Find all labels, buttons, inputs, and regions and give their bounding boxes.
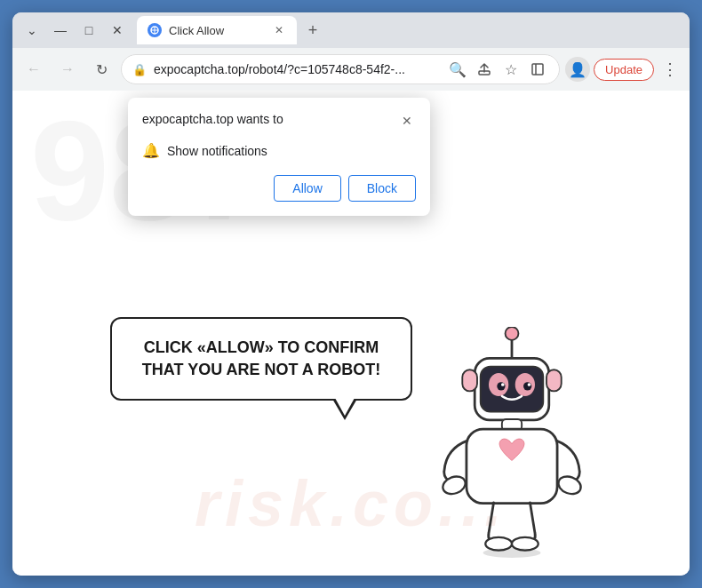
tab-area: Click Allow ✕ + — [137, 16, 682, 44]
nav-bar: ← → ↻ 🔒 expocaptcha.top/robot4/?c=105748… — [12, 48, 690, 91]
bookmark-icon[interactable]: ☆ — [500, 59, 522, 80]
address-bar[interactable]: 🔒 expocaptcha.top/robot4/?c=105748c8-54f… — [121, 54, 560, 84]
robot-svg — [423, 327, 601, 558]
profile-button[interactable]: 👤 — [565, 57, 590, 82]
popup-close-button[interactable]: ✕ — [398, 112, 416, 130]
svg-rect-4 — [532, 64, 543, 75]
browser-window: ⌄ — □ ✕ Click Allow ✕ + ← → ↻ — [12, 12, 690, 576]
update-button[interactable]: Update — [594, 59, 654, 81]
speech-bubble: CLICK «ALLOW» TO CONFIRM THAT YOU ARE NO… — [110, 317, 412, 401]
chevron-down-icon[interactable]: ⌄ — [20, 18, 44, 43]
active-tab[interactable]: Click Allow ✕ — [137, 16, 297, 44]
new-tab-button[interactable]: + — [300, 18, 325, 43]
popup-buttons: Allow Block — [142, 175, 416, 202]
allow-button[interactable]: Allow — [274, 175, 340, 202]
svg-rect-10 — [546, 369, 562, 391]
svg-point-24 — [483, 548, 541, 558]
tab-favicon — [148, 23, 162, 37]
refresh-button[interactable]: ↻ — [87, 55, 116, 83]
bell-icon: 🔔 — [142, 142, 160, 159]
svg-rect-3 — [479, 71, 490, 75]
address-bar-icons: 🔍 ☆ — [447, 59, 548, 80]
notification-text: Show notifications — [167, 144, 267, 158]
svg-point-14 — [497, 382, 505, 390]
back-button[interactable]: ← — [20, 55, 48, 83]
block-button[interactable]: Block — [348, 175, 416, 202]
popup-header: expocaptcha.top wants to ✕ — [142, 112, 416, 130]
forward-button[interactable]: → — [53, 55, 82, 83]
tab-title: Click Allow — [169, 24, 265, 37]
notification-row: 🔔 Show notifications — [142, 139, 416, 163]
svg-rect-19 — [467, 429, 557, 504]
url-text: expocaptcha.top/robot4/?c=105748c8-54f2-… — [154, 62, 440, 76]
svg-point-17 — [528, 383, 531, 386]
nav-right-controls: 👤 Update ⋮ — [565, 57, 682, 82]
tab-close-button[interactable]: ✕ — [272, 23, 286, 37]
bubble-text: CLICK «ALLOW» TO CONFIRM THAT YOU ARE NO… — [142, 338, 380, 378]
svg-rect-9 — [462, 369, 477, 391]
lock-icon: 🔒 — [132, 63, 147, 76]
popup-title: expocaptcha.top wants to — [142, 112, 283, 126]
window-controls: ⌄ — □ ✕ — [20, 18, 130, 43]
notification-popup: expocaptcha.top wants to ✕ 🔔 Show notifi… — [128, 98, 430, 216]
search-icon[interactable]: 🔍 — [447, 59, 468, 80]
sidebar-icon[interactable] — [527, 59, 548, 80]
title-bar: ⌄ — □ ✕ Click Allow ✕ + — [12, 12, 690, 48]
share-icon[interactable] — [474, 59, 495, 80]
minimize-button[interactable]: — — [48, 18, 73, 43]
menu-button[interactable]: ⋮ — [658, 57, 682, 82]
maximize-button[interactable]: □ — [76, 18, 101, 43]
svg-point-15 — [523, 382, 531, 390]
page-content: risk.co... 987 expocaptcha.top wants to … — [12, 91, 690, 576]
robot-character — [423, 327, 601, 558]
close-button[interactable]: ✕ — [105, 18, 130, 43]
svg-point-7 — [506, 327, 519, 340]
svg-point-16 — [501, 383, 505, 386]
